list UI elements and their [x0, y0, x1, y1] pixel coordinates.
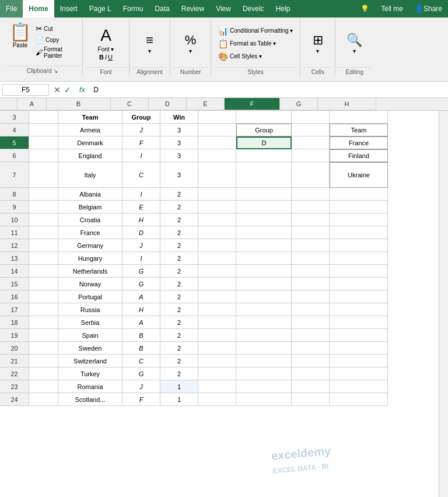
cell-b16[interactable]: Portugal	[58, 290, 123, 303]
cell-d8[interactable]: 2	[160, 188, 198, 201]
cell-b18[interactable]: Serbia	[58, 316, 123, 329]
cell-d15[interactable]: 2	[160, 278, 198, 290]
row-header-4[interactable]: 4	[0, 124, 29, 136]
row-header-17[interactable]: 17	[0, 303, 29, 316]
cell-a11[interactable]	[29, 226, 58, 239]
cell-h7[interactable]: Ukraine	[330, 162, 388, 188]
cell-e15[interactable]	[198, 278, 236, 290]
cell-a5[interactable]	[29, 136, 58, 149]
col-header-f[interactable]: F	[225, 98, 280, 110]
cell-f18[interactable]	[236, 316, 292, 329]
cell-d12[interactable]: 2	[160, 239, 198, 252]
cell-h3[interactable]	[330, 111, 388, 124]
cell-b14[interactable]: Netherlands	[58, 265, 123, 278]
cell-d22[interactable]: 2	[160, 368, 198, 380]
cell-a20[interactable]	[29, 342, 58, 355]
cell-h12[interactable]	[330, 239, 388, 252]
bold-button[interactable]: B	[99, 54, 104, 61]
cell-a9[interactable]	[29, 201, 58, 214]
cell-g13[interactable]	[292, 252, 330, 265]
cell-h10[interactable]	[330, 214, 388, 226]
cell-e5[interactable]	[198, 136, 236, 149]
italic-button[interactable]: I	[105, 54, 107, 61]
cell-e7[interactable]	[198, 162, 236, 188]
cell-f4[interactable]: Group	[236, 124, 292, 136]
menu-insert[interactable]: Insert	[54, 0, 83, 18]
cell-g21[interactable]	[292, 355, 330, 368]
cell-d17[interactable]: 2	[160, 303, 198, 316]
col-header-h[interactable]: H	[318, 98, 376, 110]
cell-g16[interactable]	[292, 290, 330, 303]
format-as-table-button[interactable]: 📋 Format as Table ▾	[216, 38, 278, 50]
cell-h14[interactable]	[330, 265, 388, 278]
cell-e12[interactable]	[198, 239, 236, 252]
row-header-20[interactable]: 20	[0, 342, 29, 355]
cell-e14[interactable]	[198, 265, 236, 278]
cell-e9[interactable]	[198, 201, 236, 214]
row-header-19[interactable]: 19	[0, 329, 29, 342]
cell-b11[interactable]: France	[58, 226, 123, 239]
cell-b15[interactable]: Norway	[58, 278, 123, 290]
col-header-a[interactable]: A	[18, 98, 47, 110]
cell-b21[interactable]: Switzerland	[58, 355, 123, 368]
row-header-3[interactable]: 3	[0, 111, 29, 124]
col-header-g[interactable]: G	[280, 98, 318, 110]
cell-c16[interactable]: A	[123, 290, 160, 303]
cell-c12[interactable]: J	[123, 239, 160, 252]
row-header-6[interactable]: 6	[0, 149, 29, 162]
row-header-13[interactable]: 13	[0, 252, 29, 265]
row-header-12[interactable]: 12	[0, 239, 29, 252]
cell-h23[interactable]	[330, 380, 388, 393]
cell-a4[interactable]	[29, 124, 58, 136]
cell-c9[interactable]: E	[123, 201, 160, 214]
cell-c3[interactable]: Group	[123, 111, 160, 124]
cell-c10[interactable]: H	[123, 214, 160, 226]
cell-b22[interactable]: Turkey	[58, 368, 123, 380]
tell-me-box[interactable]: Tell me	[375, 0, 409, 18]
cell-h4[interactable]: Team	[330, 124, 388, 136]
name-box[interactable]	[2, 84, 49, 96]
row-header-18[interactable]: 18	[0, 316, 29, 329]
cell-e11[interactable]	[198, 226, 236, 239]
cell-c17[interactable]: H	[123, 303, 160, 316]
cell-g10[interactable]	[292, 214, 330, 226]
cell-e18[interactable]	[198, 316, 236, 329]
cell-a19[interactable]	[29, 329, 58, 342]
cell-d6[interactable]: 3	[160, 149, 198, 162]
cell-a10[interactable]	[29, 214, 58, 226]
menu-developer[interactable]: Develc	[237, 0, 270, 18]
menu-file[interactable]: File	[0, 0, 23, 18]
col-header-d[interactable]: D	[149, 98, 187, 110]
cell-h8[interactable]	[330, 188, 388, 201]
cell-c20[interactable]: B	[123, 342, 160, 355]
cell-h16[interactable]	[330, 290, 388, 303]
menu-help[interactable]: Help	[270, 0, 296, 18]
cell-c22[interactable]: G	[123, 368, 160, 380]
cell-c4[interactable]: J	[123, 124, 160, 136]
menu-review[interactable]: Review	[176, 0, 210, 18]
cell-f21[interactable]	[236, 355, 292, 368]
cell-f10[interactable]	[236, 214, 292, 226]
cell-g3[interactable]	[292, 111, 330, 124]
menu-home[interactable]: Home	[23, 0, 54, 18]
menu-page-layout[interactable]: Page L	[83, 0, 117, 18]
cell-b17[interactable]: Russia	[58, 303, 123, 316]
cell-g4[interactable]	[292, 124, 330, 136]
cell-h18[interactable]	[330, 316, 388, 329]
cell-d7[interactable]: 3	[160, 162, 198, 188]
cell-f22[interactable]	[236, 368, 292, 380]
cell-h5[interactable]: France	[330, 136, 388, 149]
cell-f8[interactable]	[236, 188, 292, 201]
cell-g19[interactable]	[292, 329, 330, 342]
cell-h11[interactable]	[330, 226, 388, 239]
cell-a16[interactable]	[29, 290, 58, 303]
cell-c23[interactable]: J	[123, 380, 160, 393]
underline-button[interactable]: U	[108, 54, 113, 61]
number-dropdown[interactable]: ▾	[189, 48, 192, 54]
cell-f16[interactable]	[236, 290, 292, 303]
cell-d3[interactable]: Win	[160, 111, 198, 124]
cut-button[interactable]: ✂Cut	[36, 24, 79, 33]
cell-b5[interactable]: Denmark	[58, 136, 123, 149]
cell-g11[interactable]	[292, 226, 330, 239]
cell-d14[interactable]: 2	[160, 265, 198, 278]
